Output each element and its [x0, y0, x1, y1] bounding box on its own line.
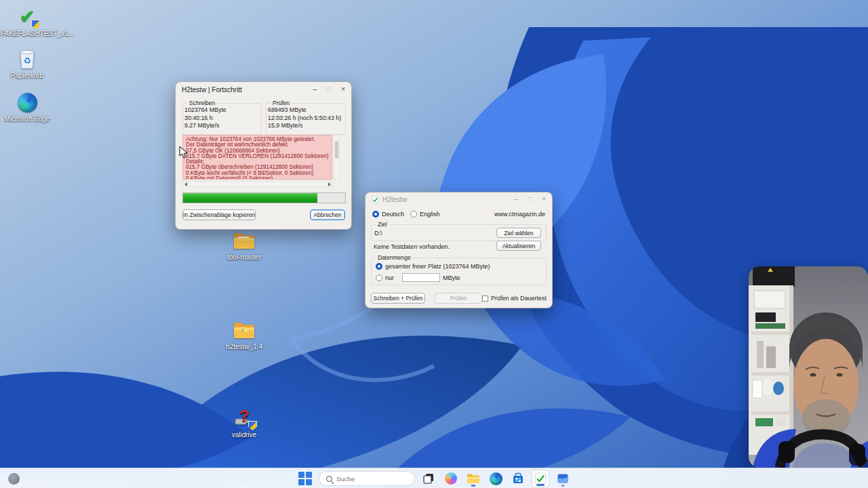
edge-icon — [16, 91, 39, 114]
desktop-icon-label: h2testw_1.4 — [226, 343, 262, 350]
close-icon[interactable]: × — [542, 196, 546, 203]
language-english-label: English — [420, 211, 440, 218]
radio-icon[interactable] — [410, 211, 417, 218]
maximize-icon[interactable]: □ — [327, 86, 331, 93]
desktop-icon-edge[interactable]: Microsoft Edge — [3, 91, 52, 123]
write-verify-button[interactable]: Schreiben + Prüfen — [371, 293, 425, 304]
copilot-icon — [445, 472, 457, 485]
refresh-button[interactable]: Aktualisieren — [496, 241, 541, 251]
blue-app-icon — [557, 472, 569, 485]
scroll-right-icon[interactable] — [328, 182, 331, 186]
website-link: www.ctmagazin.de — [494, 211, 545, 218]
recycle-bin-icon: ♻ — [16, 47, 39, 70]
windows-logo-icon — [298, 472, 312, 485]
desktop-icon-label: Papierkorb — [11, 72, 43, 79]
radio-selected-icon[interactable] — [376, 263, 382, 270]
radio-icon[interactable] — [376, 274, 382, 281]
search-icon — [326, 476, 332, 482]
desktop-icon-label: tool-master — [227, 253, 261, 261]
task-view-icon — [422, 472, 435, 485]
verify-group-label: Prüfen — [271, 100, 292, 106]
camera-device — [753, 266, 795, 287]
verify-group: Prüfen 689493 MByte 12:03:26 h (noch 5:5… — [266, 103, 346, 135]
verify-button[interactable]: Prüfen — [435, 293, 482, 304]
webcam-overlay — [749, 266, 868, 468]
scroll-left-icon[interactable] — [184, 182, 187, 186]
verify-size: 689493 MByte — [268, 106, 344, 115]
write-time: 30:40:16 h — [184, 115, 260, 123]
write-group-label: Schreiben — [187, 100, 217, 106]
task-view-button[interactable] — [420, 470, 437, 487]
main-window-title: H2testw — [382, 196, 407, 203]
copilot-button[interactable] — [442, 470, 460, 487]
start-button[interactable] — [296, 470, 314, 487]
vertical-scrollbar-thumb[interactable] — [335, 141, 338, 159]
copy-to-clipboard-button[interactable]: In Zwischenablage kopieren — [182, 209, 256, 220]
minimize-icon[interactable]: – — [313, 86, 317, 93]
desktop: ✔ FAKEFLASHTEST_v1... ♻ Papierkorb Micro… — [0, 0, 868, 488]
verify-time: 12:03:26 h (noch 5:50:43 h) — [268, 115, 344, 123]
endurance-test-option[interactable]: Prüfen als Dauertest — [482, 295, 547, 302]
amount-input[interactable] — [402, 273, 440, 282]
edge-button[interactable] — [487, 470, 505, 487]
write-group: Schreiben 1023764 MByte 30:40:16 h 9,27 … — [182, 103, 262, 135]
zip-folder-icon — [233, 319, 256, 342]
checkbox-icon[interactable] — [482, 296, 488, 302]
minimize-icon[interactable]: – — [514, 196, 518, 203]
write-size: 1023764 MByte — [184, 106, 260, 115]
validrive-icon: ? — [233, 407, 256, 430]
desktop-icon-tool-master[interactable]: tool-master — [220, 229, 269, 261]
write-speed: 9,27 MByte/s — [184, 122, 260, 130]
language-german-label: Deutsch — [382, 211, 404, 218]
running-indicator — [471, 485, 476, 487]
only-amount-option[interactable]: nur MByte — [376, 273, 460, 282]
shelf-unit — [749, 285, 793, 455]
fakeflashtest-icon: ✔ — [16, 5, 39, 28]
running-indicator — [536, 484, 545, 486]
h2testw-progress-window: H2testw | Fortschritt – □ × Schreiben 10… — [175, 81, 352, 230]
radio-selected-icon[interactable] — [372, 211, 379, 218]
progress-window-titlebar[interactable]: H2testw | Fortschritt – □ × — [176, 82, 351, 97]
running-indicator — [561, 485, 565, 487]
desktop-icon-validrive[interactable]: ? validrive — [220, 407, 269, 439]
only-amount-label: nur — [385, 274, 394, 281]
language-german-option[interactable]: Deutsch — [372, 211, 404, 218]
vertical-scrollbar[interactable] — [334, 135, 340, 180]
horizontal-scrollbar[interactable] — [182, 181, 333, 187]
svg-text:♻: ♻ — [23, 56, 31, 66]
endurance-test-label: Prüfen als Dauertest — [491, 295, 547, 302]
desktop-icon-h2testw-zip[interactable]: h2testw_1.4 — [220, 319, 269, 350]
data-amount-group-label: Datenmenge — [376, 254, 413, 261]
h2testw-main-window: H2testw – □ × Deutsch English www.ctmaga… — [365, 192, 553, 308]
file-explorer-button[interactable] — [465, 470, 482, 487]
desktop-icon-fakeflashtest[interactable]: ✔ FAKEFLASHTEST_v1... — [3, 5, 52, 37]
desktop-icon-label: validrive — [232, 431, 257, 439]
all-free-space-option[interactable]: gesamter freier Platz (1023764 MByte) — [376, 263, 490, 270]
close-icon[interactable]: × — [341, 86, 345, 93]
store-button[interactable] — [509, 470, 527, 487]
h2testw-taskbar-button[interactable] — [532, 470, 549, 487]
taskbar-search[interactable] — [319, 471, 415, 486]
verify-speed: 15,9 MByte/s — [268, 122, 344, 130]
all-free-space-label: gesamter freier Platz (1023764 MByte) — [385, 263, 490, 270]
progress-bar — [182, 192, 346, 203]
maximize-icon[interactable]: □ — [528, 196, 532, 203]
language-english-option[interactable]: English — [410, 211, 440, 218]
cancel-button[interactable]: Abbrechen — [310, 209, 345, 220]
choose-target-button[interactable]: Ziel wählen — [496, 228, 541, 238]
store-icon — [512, 472, 524, 485]
warning-line: 0 KByte mit Datenmüll (0 Sektoren) — [186, 176, 329, 180]
mouse-cursor — [179, 146, 189, 159]
blue-app-button[interactable] — [554, 470, 572, 487]
progress-window-title: H2testw | Fortschritt — [182, 86, 242, 94]
edge-icon — [490, 472, 502, 485]
folder-icon — [233, 229, 256, 252]
file-explorer-icon — [467, 473, 480, 485]
progress-bar-fill — [183, 193, 317, 203]
desktop-icon-recycle-bin[interactable]: ♻ Papierkorb — [3, 47, 52, 79]
main-window-titlebar[interactable]: H2testw – □ × — [366, 192, 552, 206]
amount-unit-label: MByte — [443, 274, 460, 281]
search-input[interactable] — [336, 475, 397, 483]
warning-text-box[interactable]: Achtung: Nur 1023764 von 1023766 MByte g… — [182, 135, 332, 180]
widgets-icon[interactable] — [8, 473, 20, 485]
